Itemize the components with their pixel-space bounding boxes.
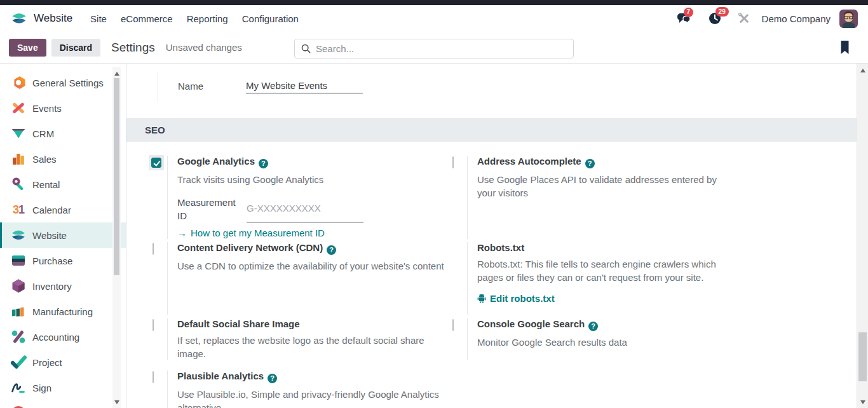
address-autocomplete-description: Use Google Places API to validate addres… [477, 173, 719, 200]
console-google-search-setting: Console Google Search? Monitor Google Se… [450, 318, 868, 360]
social-share-setting: Default Social Share Image If set, repla… [150, 318, 450, 360]
website-name-input[interactable] [246, 79, 363, 93]
sidebar-item-partial[interactable] [0, 400, 126, 408]
settings-sidebar: General Settings Events [0, 64, 126, 408]
plausible-setting: Plausible Analytics? Use Plausible.io, S… [150, 371, 450, 408]
google-analytics-title: Google Analytics [177, 156, 255, 167]
cdn-title: Content Delivery Network (CDN) [177, 242, 323, 253]
help-icon[interactable]: ? [268, 374, 277, 383]
help-icon[interactable]: ? [585, 159, 595, 168]
bookmark-icon[interactable] [840, 41, 850, 57]
social-share-description: If set, replaces the website logo as the… [177, 334, 444, 360]
sidebar-scroll-down-arrow[interactable] [114, 400, 119, 404]
plausible-description: Use Plausible.io, Simple and privacy-fri… [177, 388, 444, 408]
social-share-title: Default Social Share Image [177, 318, 300, 329]
arrow-right-icon: → [177, 228, 187, 238]
measurement-id-help-link[interactable]: → How to get my Measurement ID [177, 228, 450, 238]
measurement-id-input[interactable] [247, 196, 363, 222]
google-analytics-checkbox[interactable] [151, 158, 161, 168]
sidebar-item-inventory[interactable]: Inventory [0, 273, 126, 299]
address-autocomplete-checkbox[interactable] [452, 156, 454, 168]
search-icon [301, 44, 311, 53]
robots-description: Robots.txt: This file tells to search en… [477, 257, 719, 284]
main-area: General Settings Events [0, 64, 868, 408]
console-google-search-checkbox[interactable] [452, 319, 454, 331]
sidebar-item-sales[interactable]: Sales [0, 146, 126, 172]
manufacturing-app-icon [10, 303, 27, 320]
main-scrollbar-thumb[interactable] [858, 332, 867, 381]
activities-icon[interactable]: 29 [709, 12, 721, 25]
sidebar-item-purchase[interactable]: Purchase [0, 248, 126, 273]
main-scrollbar[interactable] [857, 64, 868, 408]
partial-app-icon [10, 405, 27, 408]
help-icon[interactable]: ? [588, 322, 598, 331]
cdn-checkbox[interactable] [153, 243, 154, 255]
sidebar-scroll-up-arrow[interactable] [114, 72, 119, 76]
plausible-title: Plausible Analytics [177, 371, 264, 381]
sidebar-item-general-settings[interactable]: General Settings [0, 70, 126, 95]
sidebar-item-calendar[interactable]: 31 Calendar [0, 197, 126, 222]
main-scroll-down-arrow[interactable] [860, 400, 865, 404]
plausible-checkbox[interactable] [153, 371, 154, 383]
main-scroll-up-arrow[interactable] [860, 69, 865, 72]
sidebar-item-crm[interactable]: CRM [0, 121, 126, 146]
save-button[interactable]: Save [9, 39, 46, 57]
accounting-app-icon [10, 329, 27, 345]
console-google-search-description: Monitor Google Search results data [477, 336, 719, 349]
seo-section-header: SEO [126, 118, 868, 142]
measurement-id-label: Measurement ID [177, 196, 247, 222]
search-input[interactable] [316, 43, 567, 54]
google-analytics-description: Track visits using Google Analytics [177, 173, 444, 186]
website-app-icon [10, 227, 27, 243]
android-icon [477, 294, 486, 303]
sidebar-item-rental[interactable]: Rental [0, 172, 126, 197]
menu-ecommerce[interactable]: eCommerce [121, 13, 173, 24]
activities-count-badge: 29 [715, 7, 729, 17]
window-top-strip [0, 0, 868, 5]
address-autocomplete-title: Address Autocomplete [477, 156, 581, 167]
sidebar-item-events[interactable]: Events [0, 95, 126, 121]
google-analytics-setting: Google Analytics? Track visits using Goo… [150, 156, 450, 239]
messages-count-badge: 7 [684, 8, 694, 17]
tools-icon[interactable] [738, 12, 750, 25]
app-name[interactable]: Website [34, 12, 72, 25]
sidebar-item-project[interactable]: Project [0, 350, 126, 375]
website-app-logo-icon[interactable] [10, 10, 28, 27]
discard-button[interactable]: Discard [51, 39, 100, 57]
seo-settings-rows: Google Analytics? Track visits using Goo… [126, 156, 868, 408]
help-icon[interactable]: ? [327, 245, 336, 255]
robots-title: Robots.txt [477, 242, 524, 253]
general-settings-app-icon [10, 74, 27, 91]
unsaved-changes-status: Unsaved changes [166, 42, 242, 53]
social-share-checkbox[interactable] [153, 319, 154, 331]
menu-reporting[interactable]: Reporting [187, 13, 228, 24]
settings-content: Name SEO Google Analytics? [126, 64, 868, 408]
purchase-app-icon [10, 252, 27, 269]
checkbox-focus-halo [149, 155, 164, 170]
top-navbar: Website Site eCommerce Reporting Configu… [0, 5, 868, 32]
website-name-row: Name [158, 72, 868, 102]
inventory-app-icon [10, 278, 27, 294]
sidebar-item-sign[interactable]: Sign [0, 375, 126, 400]
sidebar-item-accounting[interactable]: Accounting [0, 324, 126, 350]
page-title: Settings [111, 41, 155, 55]
cdn-description: Use a CDN to optimize the availability o… [177, 259, 444, 273]
name-field-label: Name [178, 79, 246, 92]
cdn-setting: Content Delivery Network (CDN)? Use a CD… [150, 242, 450, 315]
address-autocomplete-setting: Address Autocomplete? Use Google Places … [450, 156, 868, 239]
sign-app-icon [10, 379, 27, 396]
project-app-icon [10, 354, 27, 371]
edit-robots-link[interactable]: Edit robots.txt [477, 293, 868, 304]
sidebar-item-manufacturing[interactable]: Manufacturing [0, 299, 126, 324]
sidebar-item-website[interactable]: Website [0, 222, 126, 248]
messages-icon[interactable]: 7 [677, 13, 691, 25]
user-avatar[interactable] [839, 10, 858, 28]
sidebar-scrollbar-thumb[interactable] [114, 78, 119, 275]
sidebar-scrollbar[interactable] [112, 67, 121, 408]
menu-site[interactable]: Site [90, 13, 107, 24]
help-icon[interactable]: ? [259, 159, 268, 168]
crm-app-icon [10, 125, 27, 142]
menu-configuration[interactable]: Configuration [242, 13, 299, 24]
company-name[interactable]: Demo Company [762, 13, 831, 24]
search-bar[interactable] [294, 39, 574, 58]
